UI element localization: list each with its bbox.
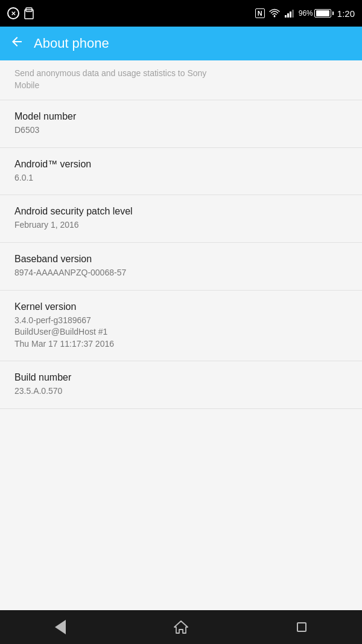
status-bar-left-icons: ✕ (7, 7, 34, 19)
baseband-version-item[interactable]: Baseband version 8974-AAAAANPZQ-00068-57 (0, 243, 362, 291)
status-bar-right-icons: N 96% 1:20 (255, 8, 355, 19)
battery-body (314, 9, 331, 18)
model-number-label: Model number (14, 111, 348, 122)
status-bar: ✕ N 96% (0, 0, 362, 27)
build-number-item[interactable]: Build number 23.5.A.0.570 (0, 361, 362, 409)
android-version-label: Android™ version (14, 159, 348, 170)
model-number-value: D6503 (14, 124, 348, 137)
battery-icon: 96% (299, 9, 334, 18)
svg-rect-4 (287, 13, 289, 18)
svg-rect-5 (290, 11, 291, 18)
nav-back-button[interactable] (42, 610, 78, 644)
home-icon (173, 619, 189, 635)
svg-point-2 (273, 16, 275, 18)
status-time: 1:20 (337, 8, 355, 19)
nav-recents-button[interactable] (284, 610, 320, 644)
page-title: About phone (34, 36, 109, 51)
kernel-version-label: Kernel version (14, 301, 348, 312)
battery-fill (316, 10, 329, 16)
android-version-item[interactable]: Android™ version 6.0.1 (0, 148, 362, 196)
signal-icon (284, 8, 295, 18)
back-triangle-icon (55, 620, 66, 634)
battery-tip (332, 11, 334, 15)
notification-icon: ✕ (7, 7, 19, 19)
content-area: Send anonymous data and usage statistics… (0, 60, 362, 610)
recents-square-icon (297, 622, 306, 632)
security-patch-item[interactable]: Android security patch level February 1,… (0, 195, 362, 243)
nav-home-button[interactable] (163, 610, 199, 644)
navigation-bar (0, 610, 362, 644)
kernel-version-value: 3.4.0-perf-g3189667BuildUser@BuildHost #… (14, 315, 348, 350)
build-number-value: 23.5.A.0.570 (14, 385, 348, 398)
security-patch-label: Android security patch level (14, 206, 348, 217)
build-number-label: Build number (14, 372, 348, 383)
nfc-icon: N (255, 8, 265, 18)
svg-rect-6 (292, 10, 294, 18)
partial-item-text: Send anonymous data and usage statistics… (14, 68, 206, 90)
android-version-value: 6.0.1 (14, 172, 348, 184)
svg-rect-3 (285, 15, 287, 18)
baseband-version-label: Baseband version (14, 254, 348, 265)
battery-percent: 96% (299, 9, 313, 18)
baseband-version-value: 8974-AAAAANPZQ-00068-57 (14, 267, 348, 279)
security-patch-value: February 1, 2016 (14, 219, 348, 231)
sdcard-icon (24, 7, 34, 19)
model-number-item[interactable]: Model number D6503 (0, 100, 362, 148)
back-button[interactable] (10, 34, 24, 53)
wifi-icon (268, 8, 281, 18)
kernel-version-item[interactable]: Kernel version 3.4.0-perf-g3189667BuildU… (0, 291, 362, 362)
partial-item: Send anonymous data and usage statistics… (0, 60, 362, 100)
app-bar: About phone (0, 27, 362, 60)
